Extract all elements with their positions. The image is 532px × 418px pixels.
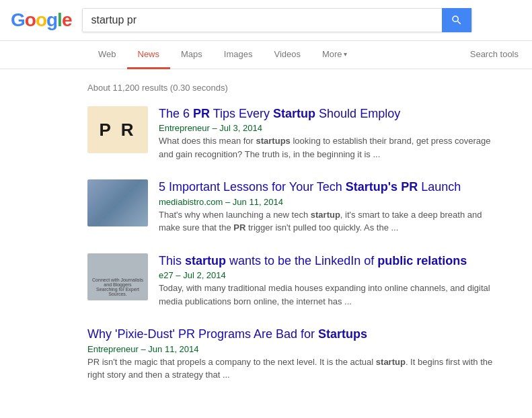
result-source: Entrepreneur – Jun 11, 2014 xyxy=(87,344,504,354)
result-content: 5 Important Lessons for Your Tech Startu… xyxy=(159,179,504,234)
google-logo[interactable]: Google xyxy=(11,9,71,31)
result-title-link[interactable]: This startup wants to be the LinkedIn of… xyxy=(159,253,504,269)
nav-item-more[interactable]: More ▾ xyxy=(311,41,358,69)
nav-item-web[interactable]: Web xyxy=(87,41,127,69)
results-count: About 11,200 results (0.30 seconds) xyxy=(87,83,511,93)
result-title-link[interactable]: 5 Important Lessons for Your Tech Startu… xyxy=(159,179,504,195)
result-snippet: Today, with many traditional media house… xyxy=(159,282,504,308)
header: Google xyxy=(0,0,532,41)
result-item: 5 Important Lessons for Your Tech Startu… xyxy=(87,179,504,234)
result-thumbnail xyxy=(87,179,148,226)
result-thumbnail: P R xyxy=(87,106,148,153)
pr-thumb-image: P R xyxy=(87,106,148,153)
result-source: e27 – Jul 2, 2014 xyxy=(159,270,504,280)
linkedin-thumb-image: Connect with Journalists and BloggersSea… xyxy=(87,253,148,300)
result-source: Entrepreneur – Jul 3, 2014 xyxy=(159,123,504,133)
result-content: The 6 PR Tips Every Startup Should Emplo… xyxy=(159,106,504,161)
result-item: Why 'Pixie-Dust' PR Programs Are Bad for… xyxy=(87,327,504,381)
result-thumbnail: Connect with Journalists and BloggersSea… xyxy=(87,253,148,300)
result-content: This startup wants to be the LinkedIn of… xyxy=(159,253,504,308)
search-button[interactable] xyxy=(442,8,471,32)
nav-item-videos[interactable]: Videos xyxy=(263,41,311,69)
search-icon xyxy=(451,14,463,26)
nav-item-search-tools[interactable]: Search tools xyxy=(459,41,532,69)
nav-item-maps[interactable]: Maps xyxy=(170,41,213,69)
search-bar xyxy=(82,8,472,32)
result-source: mediabistro.com – Jun 11, 2014 xyxy=(159,197,504,207)
result-title-link[interactable]: Why 'Pixie-Dust' PR Programs Are Bad for… xyxy=(87,327,504,342)
search-input[interactable] xyxy=(83,9,442,32)
result-item: P R The 6 PR Tips Every Startup Should E… xyxy=(87,106,504,161)
tech-thumb-image xyxy=(87,179,148,226)
result-title-link[interactable]: The 6 PR Tips Every Startup Should Emplo… xyxy=(159,106,504,122)
result-snippet: That's why when launching a new tech sta… xyxy=(159,208,504,235)
nav-item-images[interactable]: Images xyxy=(213,41,264,69)
results-area: About 11,200 results (0.30 seconds) P R … xyxy=(0,69,511,414)
result-snippet: What does this mean for startups looking… xyxy=(159,134,504,161)
more-arrow-icon: ▾ xyxy=(344,50,347,58)
nav-bar: Web News Maps Images Videos More ▾ Searc… xyxy=(0,41,532,69)
nav-item-news[interactable]: News xyxy=(127,41,171,69)
result-snippet: PR isn't the magic that propels a compan… xyxy=(87,356,504,382)
result-item: Connect with Journalists and BloggersSea… xyxy=(87,253,504,308)
result-content: Why 'Pixie-Dust' PR Programs Are Bad for… xyxy=(87,327,504,381)
